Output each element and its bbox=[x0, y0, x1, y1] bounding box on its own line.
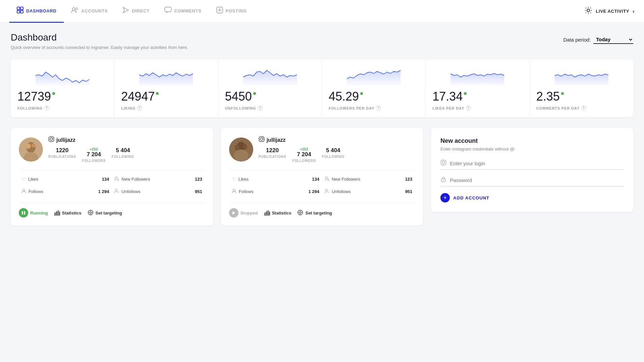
nav-items: DASHBOARD ACCOUNTS DIRECT bbox=[9, 0, 584, 23]
unfollowing-help[interactable]: ? bbox=[258, 106, 263, 111]
svg-rect-3 bbox=[20, 10, 23, 13]
heart-icon-2: ♡ bbox=[232, 177, 236, 182]
likes-label-1: ♡ Likes bbox=[21, 177, 38, 182]
svg-point-16 bbox=[32, 143, 36, 147]
data-period-control[interactable]: Data period: Today Yesterday Last 7 days… bbox=[563, 36, 633, 44]
following-stat-2: 5 404 FOLLOWING bbox=[322, 147, 344, 159]
liking-help[interactable]: ? bbox=[137, 106, 142, 111]
svg-rect-1 bbox=[20, 7, 23, 10]
accounts-icon bbox=[71, 7, 78, 15]
posting-icon bbox=[216, 7, 223, 15]
follows-icon-2 bbox=[232, 189, 236, 194]
stat-likes-per-day: 17.34 LIKES PER DAY ? bbox=[426, 59, 529, 117]
stat-comments-per-day: 2.35 COMMENTS PER DAY ? bbox=[530, 59, 633, 117]
live-activity-btn[interactable]: LIVE ACTIVITY › bbox=[584, 6, 635, 16]
svg-rect-0 bbox=[17, 7, 20, 10]
comments-per-day-dot bbox=[561, 92, 564, 95]
svg-point-51 bbox=[325, 189, 328, 191]
unfollowing-label: UNFOLLOWING ? bbox=[225, 106, 263, 111]
statistics-btn-1[interactable]: Statistics bbox=[54, 209, 82, 217]
account-metrics-1: ♡ Likes 134 bbox=[19, 174, 205, 196]
nav-dashboard[interactable]: DASHBOARD bbox=[9, 0, 64, 23]
login-input[interactable] bbox=[450, 161, 624, 166]
likes-per-day-value: 17.34 bbox=[432, 89, 467, 104]
divider-actions-2 bbox=[229, 203, 415, 203]
chevron-icon: › bbox=[633, 8, 635, 14]
account-header-1: jullijazz 1220 PUBLICATIONS +252 7 204 F… bbox=[19, 136, 205, 163]
account-name-row-1: jullijazz bbox=[48, 136, 205, 144]
following-help[interactable]: ? bbox=[44, 106, 49, 111]
svg-point-43 bbox=[243, 144, 247, 149]
svg-rect-56 bbox=[267, 210, 268, 215]
following-dot bbox=[52, 92, 55, 95]
accounts-row: jullijazz 1220 PUBLICATIONS +252 7 204 F… bbox=[11, 128, 633, 226]
followers-label-2: FOLLOWERS bbox=[292, 159, 316, 163]
likes-per-day-help[interactable]: ? bbox=[466, 106, 471, 111]
following-label-2: FOLLOWING bbox=[322, 155, 344, 159]
unfollows-value-1: 951 bbox=[195, 189, 202, 194]
set-targeting-btn-2[interactable]: Set targeting bbox=[297, 209, 332, 217]
likes-metric-1: ♡ Likes 134 bbox=[19, 174, 112, 184]
set-targeting-btn-1[interactable]: Set targeting bbox=[88, 209, 122, 217]
svg-rect-28 bbox=[55, 213, 56, 215]
liking-chart bbox=[121, 65, 211, 85]
statistics-icon-2 bbox=[264, 209, 270, 217]
likes-per-day-chart bbox=[432, 65, 522, 85]
nav-direct-label: DIRECT bbox=[132, 8, 149, 13]
add-account-button[interactable]: + ADD ACCOUNT bbox=[440, 193, 489, 202]
publications-label-2: PUBLICATIONS bbox=[259, 155, 286, 159]
likes-value-1: 134 bbox=[102, 177, 109, 182]
svg-rect-54 bbox=[264, 213, 265, 215]
likes-label-2: ♡ Likes bbox=[232, 177, 249, 182]
data-period-select[interactable]: Today Yesterday Last 7 days Last 30 days bbox=[593, 36, 633, 44]
account-card-2: jullijazz 1220 PUBLICATIONS +252 7 204 F… bbox=[221, 128, 423, 226]
unfollows-label-2: Unfollows bbox=[325, 189, 351, 194]
avatar-2 bbox=[229, 137, 253, 162]
followers-per-day-chart bbox=[329, 65, 419, 85]
nav-direct[interactable]: DIRECT bbox=[115, 0, 157, 23]
svg-rect-7 bbox=[165, 7, 171, 12]
likes-per-day-label: LIKES PER DAY ? bbox=[432, 106, 471, 111]
login-input-group bbox=[440, 160, 624, 170]
nav-accounts[interactable]: ACCOUNTS bbox=[64, 0, 115, 23]
followers-stat-2: +252 7 204 FOLLOWERS bbox=[292, 147, 316, 163]
comments-per-day-chart bbox=[536, 65, 627, 85]
comments-per-day-value: 2.35 bbox=[536, 89, 564, 104]
new-followers-value-1: 123 bbox=[195, 177, 202, 182]
new-followers-value-2: 123 bbox=[405, 177, 413, 182]
followers-per-day-value: 45.29 bbox=[329, 89, 363, 104]
svg-marker-6 bbox=[123, 7, 128, 13]
account-username-1: jullijazz bbox=[56, 137, 75, 143]
page-title: Dashboard bbox=[11, 32, 188, 43]
publications-value-1: 1220 bbox=[48, 147, 76, 154]
followers-delta-2: +252 bbox=[292, 147, 316, 151]
lock-icon bbox=[440, 176, 446, 184]
statistics-btn-2[interactable]: Statistics bbox=[264, 209, 291, 217]
svg-rect-2 bbox=[17, 10, 20, 13]
stopped-icon-2 bbox=[229, 208, 238, 218]
status-btn-2[interactable]: Stopped bbox=[229, 208, 258, 218]
page-header: Dashboard Quick overview of accounts con… bbox=[11, 32, 633, 50]
divider-2 bbox=[229, 169, 415, 170]
direct-icon bbox=[122, 7, 129, 15]
following-label-1: FOLLOWING bbox=[112, 155, 134, 159]
unfollows-value-2: 951 bbox=[405, 189, 413, 194]
unfollows-icon-1 bbox=[114, 189, 119, 194]
account-actions-2: Stopped Statistics bbox=[229, 208, 415, 218]
followers-delta-1: +252 bbox=[82, 147, 106, 151]
likes-per-day-dot bbox=[464, 92, 467, 95]
followers-per-day-help[interactable]: ? bbox=[376, 106, 381, 111]
account-info-2: jullijazz 1220 PUBLICATIONS +252 7 204 F… bbox=[259, 136, 415, 163]
followers-stat-1: +252 7 204 FOLLOWERS bbox=[82, 147, 106, 163]
running-icon-1 bbox=[19, 208, 28, 218]
status-btn-1[interactable]: Running bbox=[19, 208, 48, 218]
nav-posting[interactable]: POSTING bbox=[209, 0, 254, 23]
comments-per-day-help[interactable]: ? bbox=[581, 106, 586, 111]
follows-value-1: 1 294 bbox=[98, 189, 109, 194]
unfollows-metric-1: Unfollows 951 bbox=[112, 187, 205, 196]
svg-rect-44 bbox=[259, 137, 264, 142]
nav-comments[interactable]: COMMENTS bbox=[157, 0, 209, 23]
nav-accounts-label: ACCOUNTS bbox=[81, 8, 108, 13]
password-input[interactable] bbox=[450, 177, 624, 183]
following-label: FOLLOWING ? bbox=[17, 106, 49, 111]
